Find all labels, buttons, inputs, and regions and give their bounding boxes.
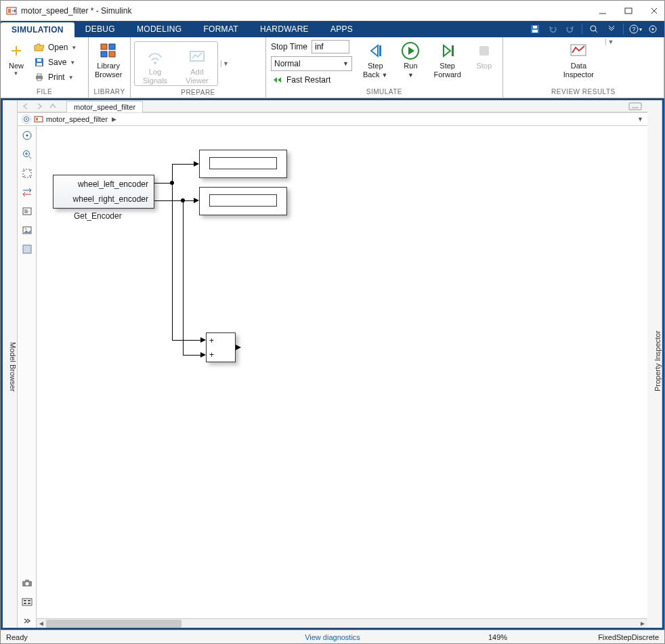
chevron-right-icon: ▶ xyxy=(112,116,116,123)
simulation-mode-select[interactable]: Normal ▼ xyxy=(271,56,352,71)
svg-rect-4 xyxy=(625,8,632,14)
svg-rect-35 xyxy=(629,103,641,110)
svg-rect-2 xyxy=(14,9,16,12)
folder-open-icon xyxy=(34,42,45,53)
keyboard-icon[interactable] xyxy=(628,102,642,110)
add-viewer-button[interactable]: AddViewer xyxy=(179,45,215,85)
library-browser-button[interactable]: LibraryBrowser xyxy=(89,39,127,79)
sum-output-port xyxy=(236,345,241,350)
status-bar: Ready View diagnostics 149% FixedStepDis… xyxy=(1,630,664,643)
print-button[interactable]: Print ▼ xyxy=(31,70,80,85)
minimize-button[interactable] xyxy=(598,6,607,16)
stop-time-input[interactable] xyxy=(312,40,349,53)
prepare-dropdown[interactable]: ▼ xyxy=(221,60,230,67)
new-icon xyxy=(7,41,26,60)
palette-record-icon[interactable] xyxy=(20,595,34,609)
status-ready: Ready xyxy=(6,633,28,641)
inspector-icon xyxy=(569,41,588,60)
qat-save-icon[interactable] xyxy=(528,22,542,36)
viewer-icon xyxy=(188,47,207,66)
palette-swap-icon[interactable] xyxy=(20,186,34,199)
tab-debug[interactable]: DEBUG xyxy=(74,21,126,37)
crumb-dropdown[interactable]: ▼ xyxy=(637,116,643,123)
run-button[interactable]: Run▼ xyxy=(393,39,428,80)
model-browser-sidebar[interactable]: Model Browser xyxy=(3,100,18,628)
scroll-left-icon[interactable]: ◄ xyxy=(37,620,46,627)
palette-fit-icon[interactable] xyxy=(20,167,34,180)
chevron-down-icon: ▼ xyxy=(343,60,349,67)
qat-target-icon[interactable] xyxy=(645,22,660,36)
stop-time-label: Stop Time xyxy=(271,42,307,51)
close-button[interactable] xyxy=(649,6,659,16)
qat-undo-icon[interactable] xyxy=(545,22,560,36)
review-dropdown[interactable]: ▼ xyxy=(605,39,615,45)
maximize-button[interactable] xyxy=(624,6,633,16)
svg-rect-26 xyxy=(101,51,107,57)
workspace: Model Browser motor_speed_filter motor_s… xyxy=(1,98,664,630)
palette-image-icon[interactable] xyxy=(20,223,34,237)
window-title: motor_speed_filter * - Simulink xyxy=(21,6,131,16)
qat-help-icon[interactable]: ?▾ xyxy=(628,22,643,36)
palette-target-icon[interactable] xyxy=(20,129,34,142)
log-signals-button[interactable]: LogSignals xyxy=(137,45,173,85)
chevron-down-icon: ▼ xyxy=(70,60,76,66)
palette-expand-icon[interactable] xyxy=(20,614,34,628)
nav-back-icon[interactable] xyxy=(20,102,31,111)
library-icon xyxy=(99,41,118,60)
svg-line-50 xyxy=(29,156,31,158)
palette-annotation-icon[interactable] xyxy=(20,205,34,218)
crumb-name[interactable]: motor_speed_filter xyxy=(46,115,108,123)
chevron-down-icon: ▼ xyxy=(68,74,74,81)
group-label-prepare: PREPARE xyxy=(131,89,265,98)
svg-point-46 xyxy=(26,135,28,137)
svg-rect-62 xyxy=(25,580,29,582)
save-button[interactable]: Save ▼ xyxy=(31,55,80,70)
status-solver: FixedStepDiscrete xyxy=(598,633,659,641)
print-icon xyxy=(34,72,45,83)
qat-search-icon[interactable] xyxy=(586,22,601,36)
nav-fwd-icon[interactable] xyxy=(34,102,45,111)
tab-modeling[interactable]: MODELING xyxy=(126,21,192,37)
canvas[interactable]: wheel_left_encoder wheel_right_encoder G… xyxy=(37,126,647,618)
view-diagnostics-link[interactable]: View diagnostics xyxy=(305,633,360,641)
step-back-button[interactable]: StepBack ▼ xyxy=(358,39,393,80)
fast-restart-button[interactable]: Fast Restart xyxy=(270,72,358,87)
tab-format[interactable]: FORMAT xyxy=(192,21,249,37)
ribbon-tab-bar: SIMULATION DEBUG MODELING FORMAT HARDWAR… xyxy=(1,21,664,37)
quick-access-toolbar: ?▾ xyxy=(528,21,664,37)
palette-camera-icon[interactable] xyxy=(20,576,34,590)
canvas-wrap: wheel_left_encoder wheel_right_encoder G… xyxy=(37,126,647,628)
block-sum[interactable]: + + xyxy=(206,332,236,362)
svg-rect-65 xyxy=(24,600,26,601)
block-scope-1[interactable] xyxy=(199,150,287,178)
canvas-palette xyxy=(18,126,37,628)
step-forward-icon xyxy=(438,41,457,60)
document-tab[interactable]: motor_speed_filter xyxy=(66,101,143,112)
horizontal-scrollbar[interactable]: ◄ ► xyxy=(37,618,647,628)
tab-simulation[interactable]: SIMULATION xyxy=(1,22,74,37)
fast-restart-icon xyxy=(272,74,283,85)
crumb-target-icon[interactable] xyxy=(22,114,31,124)
svg-rect-67 xyxy=(28,600,30,601)
stop-button[interactable]: Stop xyxy=(467,39,502,70)
palette-zoom-icon[interactable] xyxy=(20,148,34,161)
qat-redo-icon[interactable] xyxy=(563,22,578,36)
scroll-right-icon[interactable]: ► xyxy=(638,620,647,627)
step-forward-button[interactable]: StepForward xyxy=(428,39,466,79)
block-scope-2[interactable] xyxy=(199,187,287,215)
svg-point-28 xyxy=(154,62,156,64)
svg-rect-44 xyxy=(36,118,38,121)
tab-apps[interactable]: APPS xyxy=(320,21,364,37)
block-get-encoder[interactable]: wheel_left_encoder wheel_right_encoder xyxy=(53,175,154,209)
new-model-button[interactable]: New ▼ xyxy=(1,39,31,77)
open-button[interactable]: Open ▼ xyxy=(31,40,80,55)
svg-text:?: ? xyxy=(632,26,635,33)
data-inspector-button[interactable]: DataInspector xyxy=(551,39,605,79)
qat-overflow-icon[interactable] xyxy=(604,22,619,36)
svg-rect-19 xyxy=(37,63,42,66)
property-inspector-sidebar[interactable]: Property Inspector xyxy=(647,100,662,628)
nav-up-icon[interactable] xyxy=(47,102,58,111)
tab-hardware[interactable]: HARDWARE xyxy=(249,21,320,37)
palette-area-icon[interactable] xyxy=(20,242,34,256)
breadcrumb: motor_speed_filter ▶ ▼ xyxy=(18,112,647,126)
